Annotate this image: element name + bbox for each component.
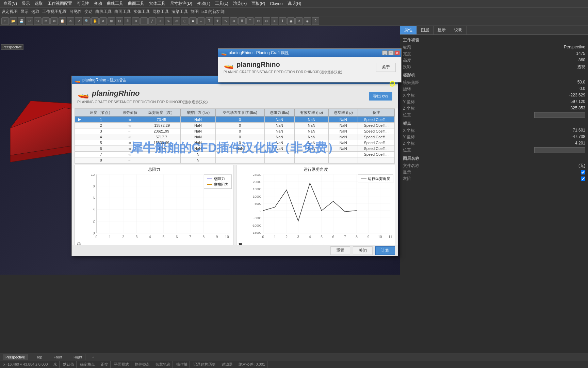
toolbar-solid2[interactable]: 实体工具 [133,9,150,15]
menu-render[interactable]: 渲染(R) [231,0,249,7]
tab-display[interactable]: 显示 [434,26,450,34]
undo-icon[interactable]: ↩ [26,17,33,25]
material-icon[interactable]: ◈ [304,17,311,25]
table-row[interactable]: 2 ∞ -13872.29 NaN 0 NaN NaN NaN Speed Co… [75,123,395,128]
prop-dialog-minimize[interactable]: _ [382,50,388,55]
grid-icon[interactable]: # [124,17,131,25]
menu-solid[interactable]: 实体工具 [147,0,167,7]
scale-icon[interactable]: ⤡ [222,17,229,25]
menu-transform2[interactable]: 变动(T) [195,0,212,7]
menu-tools[interactable]: 工具(L) [213,0,230,7]
table-row[interactable]: 5 ∞ 15830.69 NaN 0 NaN NaN NaN Speed Coe… [75,140,395,146]
toolbar-drawing[interactable]: 制图 [191,9,199,15]
tab-help[interactable]: 说明 [450,26,467,34]
reset-button[interactable]: 重置 [330,246,350,255]
menu-curve[interactable]: 曲线工具 [105,0,125,7]
table-row[interactable]: ▶ 1 ∞ 73.45 NaN 0 NaN NaN NaN Speed Coef… [75,117,395,123]
close-button[interactable]: 关闭 [353,246,373,255]
copy-icon[interactable]: ⧉ [50,17,58,25]
toolbar-render2[interactable]: 渲染工具 [172,9,188,15]
osnap-8[interactable]: 过滤器 [219,361,235,368]
solid-icon[interactable]: ■ [189,17,197,25]
menu-help[interactable]: 说明(H) [285,0,304,7]
save-icon[interactable]: 💾 [18,17,25,25]
trim-icon[interactable]: ✄ [255,17,262,25]
osnap-6[interactable]: 操作轴 [174,361,190,368]
export-csv-button[interactable]: 导出 cvs [369,92,392,101]
surface-icon[interactable]: ▭ [173,17,180,25]
table-row[interactable]: 3 ∞ 20621.99 NaN 0 NaN NaN NaN Speed Coe… [75,128,395,134]
menu-display[interactable]: 显示 [20,0,32,7]
prop-checkbox-gray[interactable] [581,176,585,182]
text-icon[interactable]: T [206,17,213,25]
close-about-button[interactable]: 关于 [376,63,396,72]
table-row[interactable]: 7 ∞ N Speed Coeffi... [75,152,395,157]
osnap-2[interactable]: 正交 [99,361,111,368]
osnap-7[interactable]: 记录建构历史 [191,361,218,368]
view-tab-top[interactable]: Top [33,354,45,360]
new-icon[interactable]: □ [1,17,9,25]
menu-view[interactable]: 查看(V) [1,0,19,7]
snap-icon[interactable]: ⊕ [132,17,140,25]
view-tab-right[interactable]: Right [71,354,85,360]
view2-icon[interactable]: ⊟ [116,17,123,25]
tab-layers[interactable]: 图层 [417,26,434,34]
fillet-icon[interactable]: ⌒ [246,17,254,25]
menu-clayoo[interactable]: Clayoo [268,1,284,6]
view-tab-front[interactable]: Front [51,354,65,360]
light-icon[interactable]: ☀ [295,17,303,25]
prop-input-tgt-pos[interactable] [534,147,585,153]
menu-dimension[interactable]: 尺寸标注(D) [168,0,194,7]
toolbar-curve2[interactable]: 曲线工具 [95,9,112,15]
circle-icon[interactable]: ○ [157,17,164,25]
toolbar-var[interactable]: 变动 [84,9,93,15]
table-row[interactable]: 8 ∞ N [75,157,395,163]
toolbar-surface2[interactable]: 曲面工具 [114,9,131,15]
toolbar-mesh[interactable]: 网格工具 [152,9,169,15]
line-icon[interactable]: ╱ [148,17,156,25]
menu-viewport[interactable]: 工作视图配置 [46,0,74,7]
osnap-1[interactable]: 确定格点 [78,361,97,368]
array-icon[interactable]: ⠿ [238,17,246,25]
move-icon[interactable]: ✛ [214,17,221,25]
menu-transform[interactable]: 变动 [92,0,104,7]
rotate-icon[interactable]: ↺ [99,17,107,25]
render3-icon[interactable]: ◉ [287,17,295,25]
table-row[interactable]: 6 ∞ -1.69 NaN NaN NaN NaN NaN Speed Coef… [75,146,395,152]
menu-surface[interactable]: 曲面工具 [126,0,146,7]
paste-icon[interactable]: 📋 [59,17,66,25]
toolbar-display2[interactable]: 显示 [20,9,29,15]
toolbar-vis2[interactable]: 可见性 [69,9,82,15]
toolbar-setview[interactable]: 设定视图 [1,9,18,15]
add-view-button[interactable]: + [91,354,96,360]
open-icon[interactable]: 📂 [10,17,17,25]
prop-icon[interactable]: ℹ [279,17,287,25]
menu-visibility[interactable]: 可见性 [75,0,91,7]
boolean-icon[interactable]: ⊖ [263,17,270,25]
point-icon[interactable]: · [140,17,148,25]
help2-icon[interactable]: ? [312,17,319,25]
toolbar-workview[interactable]: 工作视图配置 [42,9,67,15]
zoom-icon[interactable]: 🔍 [83,17,91,25]
cut-icon[interactable]: ✂ [42,17,50,25]
layer-icon[interactable]: ≡ [271,17,278,25]
mesh-icon[interactable]: ⬡ [181,17,189,25]
delete-icon[interactable]: ✕ [67,17,74,25]
menu-panel[interactable]: 面板(P) [249,0,267,7]
table-wrapper[interactable]: 速度（节点） 弗劳值值 纵剪角度（度） 摩擦阻力 (lbs) 空气动力学 阻力(… [75,108,395,164]
pan-icon[interactable]: ✋ [91,17,99,25]
osnap-5[interactable]: 智慧轨迹 [153,361,173,368]
toolbar-select2[interactable]: 选取 [31,9,39,15]
table-row[interactable]: 4 ∞ 5717.7 NaN 0 NaN NaN NaN Speed Coeff… [75,134,395,140]
mirror-icon[interactable]: ⇔ [230,17,238,25]
calculate-button[interactable]: 计算 [375,246,395,255]
menu-select[interactable]: 选取 [33,0,45,7]
view-tab-perspective[interactable]: Perspective [3,354,28,360]
view1-icon[interactable]: ⊞ [108,17,115,25]
prop-input-cam-pos[interactable] [534,112,585,118]
osnap-3[interactable]: 平面模式 [112,361,131,368]
toolbar-new50[interactable]: 5.0 的新功能 [201,9,225,15]
prop-checkbox-show[interactable] [581,169,585,175]
select-icon[interactable]: ↗ [75,17,82,25]
tab-properties[interactable]: 属性 [400,26,417,34]
